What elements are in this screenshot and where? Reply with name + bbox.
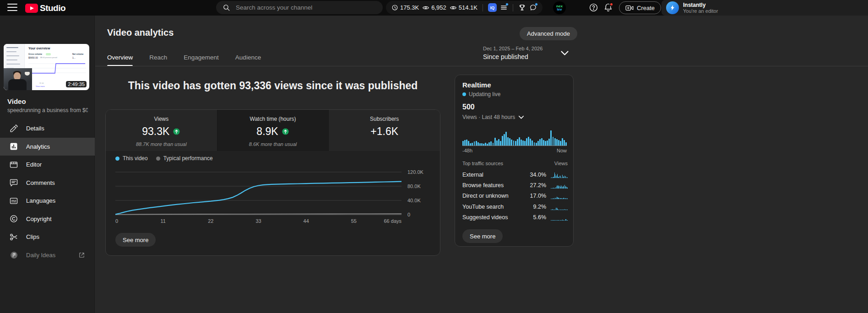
sidebar-item-details[interactable]: Details: [0, 119, 95, 138]
thumb-net-value: 1...: [72, 56, 76, 59]
metric-tabs: Views 93.3K 88.7K more than usual Watch …: [106, 110, 440, 151]
sidebar-menu: Details Analytics Editor Comments Langua…: [0, 119, 95, 264]
sidebar-item-daily-ideas[interactable]: Daily Ideas: [0, 246, 95, 264]
channel-stats-bar[interactable]: 175.3K 6,952 514.1K IQ: [386, 1, 542, 14]
tab-reach[interactable]: Reach: [149, 54, 167, 66]
thumb-gross-volume-value: $5650.00: [28, 56, 38, 59]
sidebar: Channel content Your overview Gross volu…: [0, 16, 95, 313]
sidebar-item-clips[interactable]: Clips: [0, 228, 95, 246]
realtime-status: Updating live: [462, 91, 500, 97]
languages-icon: [9, 196, 18, 205]
checklist-icon[interactable]: [500, 4, 508, 11]
thumb-badge: [46, 53, 51, 55]
traffic-row-direct-or-unknown[interactable]: Direct or unknown 17.0%: [462, 191, 568, 201]
date-mode-selector[interactable]: Since published: [483, 53, 528, 60]
thumb-step-chart: [28, 61, 86, 75]
notification-dot: [535, 3, 538, 6]
help-icon[interactable]: [589, 3, 598, 12]
date-range: Dec 1, 2025 – Feb 4, 2026: [483, 46, 542, 51]
traffic-sparkline: [551, 182, 568, 189]
external-link-icon: [78, 252, 85, 259]
tab-audience[interactable]: Audience: [235, 54, 261, 66]
watch-hours-stat: 175.3K: [391, 4, 419, 11]
clock-icon: [391, 4, 398, 11]
divider: [513, 4, 513, 11]
traffic-row-browse-features[interactable]: Browse features 27.2%: [462, 180, 568, 190]
subscribers-stat: 514.1K: [450, 4, 477, 11]
realtime-axis-line: [462, 146, 567, 146]
legend-dot: [156, 156, 160, 161]
traffic-row-youtube-search[interactable]: YouTube search 9.2%: [462, 201, 568, 212]
views-headline: This video has gotten 93,336 views since…: [105, 80, 440, 92]
trophy-icon[interactable]: [518, 4, 526, 11]
traffic-row-suggested-videos[interactable]: Suggested videos 5.6%: [462, 212, 568, 223]
analytics-icon: [9, 142, 18, 151]
trend-up-icon: [282, 128, 289, 135]
traffic-table-header: Top traffic sources Views: [462, 161, 568, 166]
sidebar-item-analytics[interactable]: Analytics: [0, 138, 95, 156]
analytics-chart-card: Views 93.3K 88.7K more than usual Watch …: [105, 109, 440, 256]
sidebar-item-languages[interactable]: Languages: [0, 192, 95, 210]
top-bar: Studio 175.3K 6,952 514.1K IQ: [0, 0, 868, 16]
chevron-down-icon[interactable]: [560, 50, 569, 56]
metric-watch-time[interactable]: Watch time (hours) 8.9K 8.6K more than u…: [217, 110, 329, 151]
account-panel[interactable]: Instantly You're an editor: [662, 0, 868, 16]
sidebar-item-editor[interactable]: Editor: [0, 156, 95, 174]
chat-bubble-icon[interactable]: [529, 4, 537, 11]
metric-subscribers[interactable]: Subscribers +1.6K: [329, 110, 440, 151]
copyright-icon: [9, 214, 18, 223]
realtime-title: Realtime: [462, 81, 491, 89]
traffic-table: External 34.0% Browse features 27.2% Dir…: [462, 169, 568, 223]
search-input[interactable]: [236, 4, 364, 11]
live-dot: [462, 92, 466, 96]
nexlev-extension-icon[interactable]: nexlev: [553, 1, 566, 14]
realtime-count-caption[interactable]: Views · Last 48 hours: [462, 114, 524, 120]
thumb-net-label: Net volume: [72, 53, 83, 55]
views-line-chart[interactable]: [115, 170, 401, 216]
chevron-down-icon: [518, 115, 524, 119]
video-duration-badge: 2:49:35: [66, 81, 87, 87]
eye-icon: [450, 4, 457, 11]
legend-this-video: This video: [115, 155, 148, 162]
thumb-x-axis: 11 Jul: [39, 82, 43, 84]
hamburger-menu-icon[interactable]: [7, 4, 17, 11]
realtime-axis-labels: -48h Now: [462, 148, 567, 153]
metric-views[interactable]: Views 93.3K 88.7K more than usual: [106, 110, 217, 151]
scissors-icon: [9, 232, 18, 242]
tab-overview[interactable]: Overview: [107, 54, 133, 66]
search-icon: [222, 4, 230, 11]
realtime-bar-chart[interactable]: [462, 129, 567, 146]
daily-ideas-icon: [10, 251, 18, 259]
thumb-gross-volume-label: Gross volume: [28, 53, 42, 55]
notifications-bell-icon[interactable]: [603, 3, 613, 12]
chart-legend: This video Typical performance: [115, 155, 213, 162]
notification-dot: [505, 3, 509, 6]
sidebar-item-comments[interactable]: Comments: [0, 174, 95, 192]
tabs-divider: [95, 66, 868, 66]
video-title: speedrunning a business from $0 to...: [7, 107, 88, 113]
thumb-view-more: View more: [36, 85, 45, 87]
vidiq-icon[interactable]: IQ: [488, 3, 497, 12]
traffic-sparkline: [551, 204, 568, 210]
search-bar[interactable]: [216, 1, 383, 14]
advanced-mode-button[interactable]: Advanced mode: [520, 27, 577, 40]
youtube-studio-logo[interactable]: Studio: [25, 3, 65, 13]
youtube-play-icon: [25, 4, 38, 13]
views-stat: 6,952: [422, 4, 446, 11]
brand-name: Studio: [40, 3, 65, 13]
account-role: You're an editor: [683, 8, 718, 14]
video-thumbnail[interactable]: Your overview Gross volume $5650.00 $8.0…: [4, 44, 89, 90]
sidebar-item-copyright[interactable]: Copyright: [0, 210, 95, 228]
traffic-sparkline: [551, 172, 568, 178]
traffic-sparkline: [551, 193, 568, 199]
analytics-tabs: Overview Reach Engagement Audience: [107, 54, 261, 66]
traffic-row-external[interactable]: External 34.0%: [462, 169, 568, 180]
page-title: Video analytics: [107, 27, 174, 38]
see-more-button[interactable]: See more: [115, 233, 156, 247]
tab-engagement[interactable]: Engagement: [184, 54, 219, 66]
create-video-icon: [625, 5, 634, 11]
trend-up-icon: [173, 128, 180, 135]
account-avatar: [666, 1, 679, 14]
see-more-button[interactable]: See more: [462, 229, 503, 243]
create-button[interactable]: Create: [619, 1, 661, 14]
